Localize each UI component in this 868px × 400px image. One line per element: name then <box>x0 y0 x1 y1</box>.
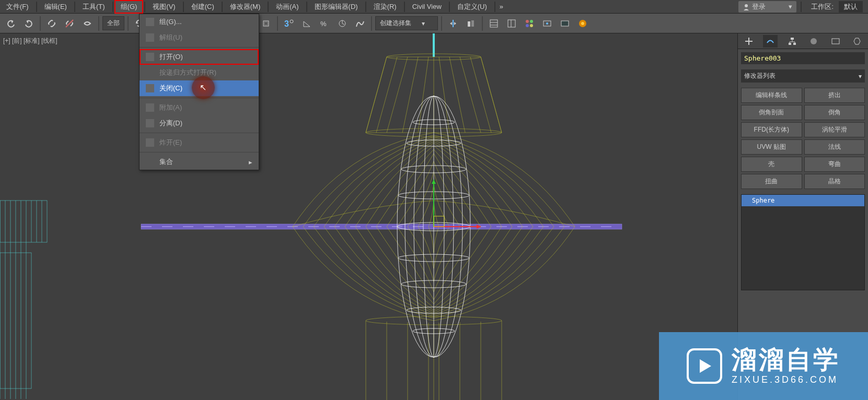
menu-custom[interactable]: 自定义(U) <box>451 0 493 14</box>
svg-point-27 <box>581 22 584 25</box>
viewport-front[interactable]: [+] [前] [标准] [线框] <box>0 33 737 400</box>
svg-rect-12 <box>468 21 470 27</box>
mbtn-lattice[interactable]: 晶格 <box>804 174 865 189</box>
material-editor-button[interactable] <box>522 16 537 31</box>
dd-open[interactable]: 打开(O) <box>140 49 259 65</box>
chevron-down-icon: ▾ <box>422 20 425 27</box>
svg-point-71 <box>811 38 817 44</box>
select-scale-button[interactable] <box>258 16 274 31</box>
chevron-down-icon: ▾ <box>789 3 792 10</box>
selection-set-dropdown[interactable]: 创建选择集▾ <box>375 16 438 30</box>
render-button[interactable] <box>575 16 591 31</box>
render-setup-button[interactable] <box>539 16 555 31</box>
link-button[interactable] <box>44 16 60 31</box>
svg-marker-73 <box>700 359 711 373</box>
svg-text:%: % <box>320 20 327 28</box>
tab-display[interactable] <box>828 35 843 48</box>
svg-text:3: 3 <box>284 19 289 28</box>
group-menu-dropdown: 组(G)... 解组(U) 打开(O) 按递归方式打开(R) 关闭(C) ↖ 附… <box>139 14 259 170</box>
mbtn-extrude[interactable]: 挤出 <box>804 88 865 103</box>
render-frame-button[interactable] <box>557 16 573 31</box>
menu-file[interactable]: 文件(F) <box>0 0 35 14</box>
explode-icon <box>146 138 154 147</box>
layer-explorer-button[interactable] <box>486 16 502 31</box>
svg-point-19 <box>526 20 529 23</box>
modifier-buttons: 编辑样条线 挤出 倒角剖面 倒角 FFD(长方体) 涡轮平滑 UVW 贴图 法线… <box>741 88 865 189</box>
align-button[interactable] <box>463 16 479 31</box>
play-logo-icon <box>687 348 722 384</box>
menu-group[interactable]: 组(G) <box>114 0 144 14</box>
detach-icon <box>146 119 154 127</box>
svg-rect-7 <box>264 22 268 25</box>
svg-point-0 <box>745 4 748 7</box>
menu-render[interactable]: 渲染(R) <box>367 0 403 14</box>
menu-tools[interactable]: 工具(T) <box>76 0 111 14</box>
tab-modify[interactable] <box>763 35 778 48</box>
modifier-list-dropdown[interactable]: 修改器列表▾ <box>741 69 865 83</box>
tab-motion[interactable] <box>806 35 821 48</box>
spinner-snap-button[interactable] <box>334 16 350 31</box>
login-label: 登录 <box>752 2 766 11</box>
svg-rect-66 <box>793 43 796 45</box>
svg-point-20 <box>530 20 533 23</box>
redo-button[interactable] <box>21 16 37 31</box>
menu-more[interactable]: » <box>496 1 506 13</box>
svg-rect-25 <box>561 21 569 26</box>
svg-point-24 <box>546 22 548 25</box>
dd-close[interactable]: 关闭(C) ↖ <box>140 80 259 96</box>
tab-hierarchy[interactable] <box>785 35 800 48</box>
attach-icon <box>146 103 154 112</box>
dd-group[interactable]: 组(G)... <box>140 14 259 30</box>
dd-assembly[interactable]: 集合▸ <box>140 154 259 170</box>
mirror-button[interactable] <box>445 16 461 31</box>
dd-detach[interactable]: 分离(D) <box>140 115 259 131</box>
svg-rect-28 <box>0 201 47 242</box>
mbtn-bevel[interactable]: 倒角 <box>804 105 865 120</box>
snap-3-button[interactable]: 3 <box>281 16 297 31</box>
open-group-icon <box>146 53 154 61</box>
menu-civil[interactable]: Civil View <box>406 1 448 13</box>
menu-graph[interactable]: 图形编辑器(D) <box>308 0 364 14</box>
menu-edit[interactable]: 编辑(E) <box>38 0 73 14</box>
login-button[interactable]: 登录 ▾ <box>738 1 796 13</box>
mbtn-turbosmooth[interactable]: 涡轮平滑 <box>804 122 865 137</box>
angle-snap-button[interactable] <box>299 16 315 31</box>
percent-snap-button[interactable]: % <box>317 16 332 31</box>
mbtn-bend[interactable]: 弯曲 <box>804 157 865 172</box>
mbtn-normal[interactable]: 法线 <box>804 139 865 155</box>
schematic-button[interactable] <box>504 16 519 31</box>
mbtn-twist[interactable]: 扭曲 <box>741 174 802 189</box>
chevron-right-icon: ▸ <box>249 158 252 166</box>
menu-modifier[interactable]: 修改器(M) <box>224 0 267 14</box>
menu-view[interactable]: 视图(V) <box>146 0 181 14</box>
svg-rect-17 <box>508 20 515 27</box>
bind-button[interactable] <box>79 16 95 31</box>
unlink-button[interactable] <box>62 16 77 31</box>
mbtn-edit-spline[interactable]: 编辑样条线 <box>741 88 802 103</box>
menu-anim[interactable]: 动画(A) <box>270 0 305 14</box>
mbtn-uvw[interactable]: UVW 贴图 <box>741 139 802 155</box>
dd-ungroup: 解组(U) <box>140 30 259 45</box>
ungroup-icon <box>146 33 154 42</box>
workspace-selector[interactable]: 默认 <box>839 1 863 13</box>
undo-button[interactable] <box>3 16 19 31</box>
modifier-stack[interactable]: Sphere <box>741 194 865 290</box>
mbtn-bevel-profile[interactable]: 倒角剖面 <box>741 105 802 120</box>
menu-create[interactable]: 创建(C) <box>185 0 221 14</box>
svg-point-22 <box>530 24 533 27</box>
svg-point-9 <box>290 20 293 23</box>
tab-utilities[interactable] <box>850 35 864 48</box>
selection-filter-all[interactable]: 全部 <box>102 16 124 30</box>
main-toolbar: 全部 视图▾ 3 % 创建选择集▾ <box>0 14 868 33</box>
tab-create[interactable] <box>742 35 756 48</box>
object-name-field[interactable]: Sphere003 <box>741 52 865 64</box>
svg-rect-65 <box>789 43 791 45</box>
curve-editor-button[interactable] <box>352 16 368 31</box>
cursor-highlight <box>192 76 215 99</box>
watermark-title: 溜溜自学 <box>732 347 840 372</box>
svg-point-21 <box>526 24 529 27</box>
mbtn-ffd[interactable]: FFD(长方体) <box>741 122 802 137</box>
mbtn-shell[interactable]: 壳 <box>741 157 802 172</box>
stack-item-sphere[interactable]: Sphere <box>742 195 864 206</box>
svg-rect-14 <box>490 20 497 27</box>
